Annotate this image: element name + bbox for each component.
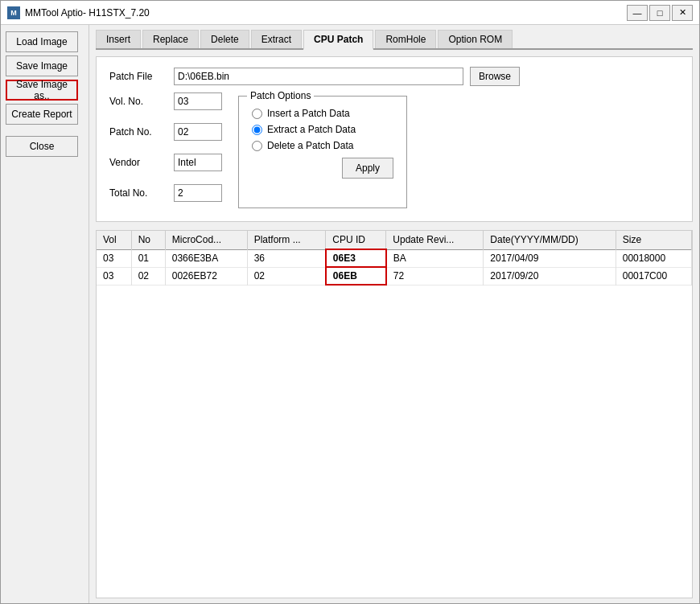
col-update-rev: Update Revi... xyxy=(386,231,484,249)
save-image-button[interactable]: Save Image xyxy=(6,55,78,76)
col-vol: Vol xyxy=(97,231,131,249)
radio-extract[interactable] xyxy=(252,125,262,135)
vol-no-row: Vol. No. xyxy=(109,92,222,110)
patch-no-input[interactable] xyxy=(174,123,222,141)
left-panel: Load Image Save Image Save Image as.. Cr… xyxy=(1,25,89,603)
vol-no-label: Vol. No. xyxy=(109,96,174,107)
radio-delete[interactable] xyxy=(252,141,262,151)
total-no-input[interactable] xyxy=(174,184,222,202)
tab-romhole[interactable]: RomHole xyxy=(375,30,436,48)
cell-microcode: 0026EB72 xyxy=(165,267,247,285)
create-report-button[interactable]: Create Report xyxy=(6,104,78,125)
radio-extract-row: Extract a Patch Data xyxy=(252,124,393,135)
browse-button[interactable]: Browse xyxy=(470,67,520,86)
save-image-as-button[interactable]: Save Image as.. xyxy=(6,80,78,101)
radio-insert[interactable] xyxy=(252,109,262,119)
cell-cpu_id: 06E3 xyxy=(326,249,386,267)
radio-insert-row: Insert a Patch Data xyxy=(252,108,393,119)
table-header-row: Vol No MicroCod... Platform ... CPU ID U… xyxy=(97,231,692,249)
cell-date: 2017/09/20 xyxy=(484,267,616,285)
col-platform: Platform ... xyxy=(247,231,326,249)
load-image-button[interactable]: Load Image xyxy=(6,31,78,52)
vendor-label: Vendor xyxy=(109,157,174,168)
table-row[interactable]: 03020026EB720206EB722017/09/2000017C00 xyxy=(97,267,692,285)
radio-delete-row: Delete a Patch Data xyxy=(252,140,393,151)
tab-bar: Insert Replace Delete Extract CPU Patch … xyxy=(96,30,693,50)
patch-no-row: Patch No. xyxy=(109,123,222,141)
tab-delete[interactable]: Delete xyxy=(200,30,249,48)
cell-platform: 36 xyxy=(247,249,326,267)
total-no-row: Total No. xyxy=(109,184,222,202)
patch-table-container: Vol No MicroCod... Platform ... CPU ID U… xyxy=(96,230,693,598)
patch-file-label: Patch File xyxy=(109,71,174,82)
patch-file-input[interactable] xyxy=(174,68,463,85)
minimize-button[interactable]: — xyxy=(627,5,648,21)
maximize-button[interactable]: □ xyxy=(649,5,670,21)
vendor-row: Vendor xyxy=(109,154,222,171)
window-controls: — □ ✕ xyxy=(627,5,693,21)
total-no-label: Total No. xyxy=(109,187,174,199)
right-panel: Insert Replace Delete Extract CPU Patch … xyxy=(89,25,699,603)
col-cpu-id: CPU ID xyxy=(326,231,386,249)
radio-extract-label: Extract a Patch Data xyxy=(267,124,356,135)
fields-column: Vol. No. Patch No. Vendor Total No. xyxy=(109,92,222,208)
tab-cpu-patch[interactable]: CPU Patch xyxy=(303,30,373,50)
cell-date: 2017/04/09 xyxy=(484,249,616,267)
close-window-button[interactable]: ✕ xyxy=(672,5,693,21)
col-no: No xyxy=(131,231,165,249)
cpu-patch-panel: Patch File Browse Vol. No. Patch No. xyxy=(96,56,693,222)
main-content: Load Image Save Image Save Image as.. Cr… xyxy=(1,25,699,603)
col-date: Date(YYYY/MM/DD) xyxy=(484,231,616,249)
col-size: Size xyxy=(616,231,691,249)
middle-area: Vol. No. Patch No. Vendor Total No. xyxy=(109,92,679,208)
cell-cpu_id: 06EB xyxy=(326,267,386,285)
tab-extract[interactable]: Extract xyxy=(251,30,302,48)
cell-microcode: 0366E3BA xyxy=(165,249,247,267)
cell-update_rev: BA xyxy=(386,249,484,267)
radio-delete-label: Delete a Patch Data xyxy=(267,140,353,151)
vol-no-input[interactable] xyxy=(174,92,222,110)
window-title: MMTool Aptio- H11STX_7.20 xyxy=(25,7,627,18)
tab-option-rom[interactable]: Option ROM xyxy=(438,30,513,48)
cell-no: 01 xyxy=(131,249,165,267)
title-bar: M MMTool Aptio- H11STX_7.20 — □ ✕ xyxy=(1,1,699,25)
cell-size: 00018000 xyxy=(616,249,691,267)
vendor-input[interactable] xyxy=(174,154,222,171)
patch-table: Vol No MicroCod... Platform ... CPU ID U… xyxy=(97,231,692,286)
patch-no-label: Patch No. xyxy=(109,126,174,138)
cell-size: 00017C00 xyxy=(616,267,691,285)
tab-replace[interactable]: Replace xyxy=(142,30,199,48)
app-icon: M xyxy=(7,6,20,19)
radio-insert-label: Insert a Patch Data xyxy=(267,108,350,119)
cell-no: 02 xyxy=(131,267,165,285)
table-row[interactable]: 03010366E3BA3606E3BA2017/04/0900018000 xyxy=(97,249,692,267)
cell-update_rev: 72 xyxy=(386,267,484,285)
patch-options-legend: Patch Options xyxy=(247,90,314,101)
cell-vol: 03 xyxy=(97,249,131,267)
patch-options-group: Patch Options Insert a Patch Data Extrac… xyxy=(238,96,407,208)
patch-file-row: Patch File Browse xyxy=(109,67,679,86)
cell-vol: 03 xyxy=(97,267,131,285)
close-button[interactable]: Close xyxy=(6,136,78,157)
col-microcode: MicroCod... xyxy=(165,231,247,249)
main-window: M MMTool Aptio- H11STX_7.20 — □ ✕ Load I… xyxy=(0,0,700,604)
tab-insert[interactable]: Insert xyxy=(96,30,141,48)
cell-platform: 02 xyxy=(247,267,326,285)
apply-button[interactable]: Apply xyxy=(342,158,393,179)
